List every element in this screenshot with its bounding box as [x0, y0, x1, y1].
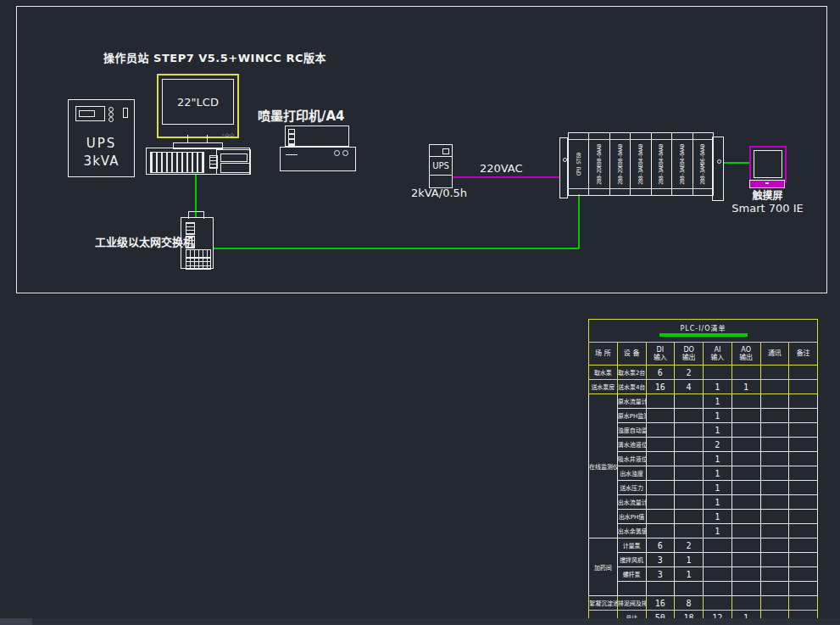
power-220vac-label: 220VAC [480, 162, 523, 175]
table-value-cell: 6 [646, 366, 675, 380]
table-location-cell: 加药间 [589, 539, 618, 596]
title-underline [659, 333, 748, 337]
table-location-cell: 取水泵 [589, 366, 618, 380]
table-value-cell [789, 380, 818, 394]
cad-canvas[interactable]: 操作员站 STEP7 V5.5+WINCC RC版本 喷墨打印机/A4 工业级以… [0, 0, 840, 625]
table-value-cell [760, 524, 789, 539]
hmi-touchscreen[interactable] [749, 146, 787, 182]
ups-display [75, 106, 105, 121]
ethernet-switch[interactable] [181, 217, 214, 269]
table-value-cell [732, 553, 760, 567]
table-value-cell [760, 495, 789, 510]
table-value-cell [760, 510, 789, 524]
pc-drive-unit[interactable] [216, 149, 251, 175]
power-wire-220vac [453, 176, 560, 178]
table-value-cell [760, 423, 789, 438]
table-value-cell [789, 466, 818, 481]
table-header-cell: 场 所 [589, 343, 618, 366]
io-table[interactable]: PLC-I/O清单 场 所设 备DI输入DO输出AI输入AO输出通讯备注 取水泵… [588, 319, 818, 625]
switch-led-block-2 [186, 236, 195, 248]
table-value-cell [646, 495, 675, 510]
bottom-corner[interactable] [0, 618, 32, 625]
table-value-cell [704, 567, 732, 582]
table-device-cell: 送水压力 [617, 481, 646, 495]
table-value-cell [760, 452, 789, 466]
table-value-cell [675, 495, 704, 510]
hmi-screen [754, 150, 782, 178]
switch-mount-tab [188, 211, 204, 219]
plc-expansion-module[interactable]: 288-2DE08-0AA0 [589, 133, 609, 195]
monitor-22lcd[interactable]: 22"LCD ◦◇◇ [157, 74, 239, 138]
table-value-cell: 6 [646, 539, 675, 553]
table-value-cell [646, 423, 675, 438]
table-value-cell [789, 481, 818, 495]
switch-led-block-1 [186, 222, 195, 235]
table-value-cell [646, 582, 675, 596]
plc-expansion-module[interactable]: 288-3AM06-0AA0 [693, 133, 713, 195]
table-device-cell: 出水流量计 [617, 495, 646, 510]
table-value-cell [646, 394, 675, 409]
bottom-strip [0, 618, 840, 625]
table-value-cell [704, 366, 732, 380]
ups-3kva[interactable]: UPS 3kVA [68, 99, 135, 177]
ethernet-wire-plc-hmi [724, 162, 749, 164]
ups-2kva-label: UPS [429, 156, 453, 176]
table-device-cell: 原水PH监测仪 [617, 409, 646, 423]
plc-expansion-module[interactable]: 288-2DE08-0AA0 [610, 133, 631, 195]
table-value-cell [760, 366, 789, 380]
printer-button-1 [334, 150, 340, 156]
table-value-cell: 8 [675, 596, 704, 611]
table-value-cell [789, 366, 818, 380]
table-value-cell: 3 [646, 553, 675, 567]
rack-rail-top [569, 139, 713, 140]
table-header-cell: 设 备 [617, 343, 646, 366]
table-value-cell [760, 553, 789, 567]
table-value-cell [732, 567, 760, 582]
printer-tray[interactable] [285, 126, 349, 147]
plc-module-label: 288-3AE04-0AA0 [679, 144, 686, 185]
printer-body[interactable] [280, 147, 356, 171]
plc-cpu-module[interactable]: CPU ST60 [569, 133, 589, 195]
table-value-cell: 1 [704, 495, 732, 510]
table-value-cell [732, 495, 760, 510]
plc-expansion-module[interactable]: 288-3AE04-0AA0 [631, 133, 651, 195]
table-value-cell [675, 423, 704, 438]
hmi-model-label: Smart 700 IE [727, 202, 808, 215]
table-value-cell [760, 567, 789, 582]
hmi-name-label: 触摸屏 [727, 187, 808, 202]
table-value-cell [704, 582, 732, 596]
ups-led-3 [108, 117, 114, 122]
table-value-cell [732, 582, 760, 596]
rack-rail-bottom [569, 188, 713, 189]
table-value-cell [646, 466, 675, 481]
plc-module-label: CPU ST60 [576, 153, 582, 176]
ethernet-wire-switch-plc-h [214, 248, 579, 249]
ups-2kva[interactable]: UPS [429, 144, 453, 188]
table-value-cell [760, 539, 789, 553]
table-value-cell [675, 466, 704, 481]
table-value-cell: 16 [646, 596, 675, 611]
table-value-cell [760, 438, 789, 452]
table-value-cell [675, 510, 704, 524]
table-value-cell: 2 [704, 438, 732, 452]
plc-expansion-module[interactable]: 288-3AE04-0AA0 [672, 133, 693, 195]
printer-slot [286, 154, 298, 155]
printer-feed [288, 129, 295, 146]
plc-expansion-module[interactable]: 288-3AE04-0AA0 [652, 133, 672, 195]
table-header-cell: AO输出 [732, 343, 760, 366]
table-device-cell: 出水余氯值 [617, 524, 646, 539]
table-value-cell [760, 582, 789, 596]
table-value-cell [675, 409, 704, 423]
plc-rack[interactable]: CPU ST60288-2DE08-0AA0288-2DE08-0AA0288-… [568, 132, 714, 196]
table-value-cell: 1 [704, 510, 732, 524]
printer-label: 喷墨打印机/A4 [258, 106, 345, 124]
table-location-cell: 在线监测仪表 [589, 394, 618, 539]
table-value-cell [760, 466, 789, 481]
printer-button-2 [342, 150, 348, 156]
plc-module-label: 288-3AM06-0AA0 [699, 144, 706, 185]
monitor-screen: 22"LCD [162, 79, 234, 125]
table-value-cell: 3 [646, 567, 675, 582]
table-value-cell [732, 423, 760, 438]
plc-rack-left-plate [559, 137, 568, 198]
table-value-cell [760, 394, 789, 409]
